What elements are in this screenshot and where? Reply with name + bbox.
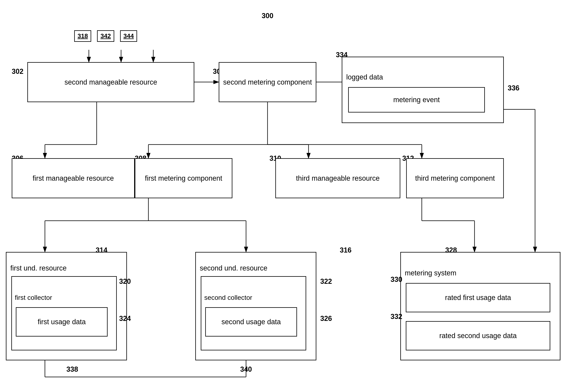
metering-event-box: metering event — [348, 87, 485, 112]
label-330: 330 — [390, 275, 402, 284]
badge-318: 318 — [74, 30, 91, 42]
rated-first-usage-data-box: rated first usage data — [406, 283, 550, 312]
badge-group: 318 342 344 — [74, 30, 137, 42]
diagram: 300 318 342 344 302 second manageable re… — [0, 0, 570, 392]
label-326: 326 — [320, 314, 332, 323]
second-und-resource-box: second und. resource second collector se… — [195, 252, 316, 360]
badge-342: 342 — [97, 30, 114, 42]
second-usage-data-box: second usage data — [205, 307, 297, 336]
label-316: 316 — [340, 246, 351, 254]
label-300: 300 — [262, 12, 273, 20]
first-collector-box: first collector first usage data — [11, 276, 117, 350]
first-metering-component-box: first metering component — [135, 158, 232, 198]
metering-system-box: metering system rated first usage data r… — [400, 252, 560, 360]
label-340: 340 — [240, 365, 252, 373]
second-manageable-resource-box: second manageable resource — [27, 62, 194, 102]
label-324: 324 — [119, 314, 131, 323]
second-metering-component-box: second metering component — [219, 62, 316, 102]
first-manageable-resource-box: first manageable resource — [12, 158, 135, 198]
badge-344: 344 — [120, 30, 137, 42]
label-336: 336 — [508, 84, 519, 92]
label-302: 302 — [12, 67, 23, 76]
third-manageable-resource-box: third manageable resource — [275, 158, 400, 198]
first-usage-data-box: first usage data — [16, 307, 108, 336]
label-332: 332 — [390, 312, 402, 321]
label-322: 322 — [320, 277, 332, 286]
label-338: 338 — [66, 365, 78, 373]
second-collector-box: second collector second usage data — [201, 276, 306, 350]
first-und-resource-box: first und. resource first collector firs… — [6, 252, 127, 360]
rated-second-usage-data-box: rated second usage data — [406, 321, 550, 350]
third-metering-component-box: third metering component — [406, 158, 504, 198]
label-320: 320 — [119, 277, 131, 286]
logged-data-box: logged data metering event — [342, 57, 504, 123]
